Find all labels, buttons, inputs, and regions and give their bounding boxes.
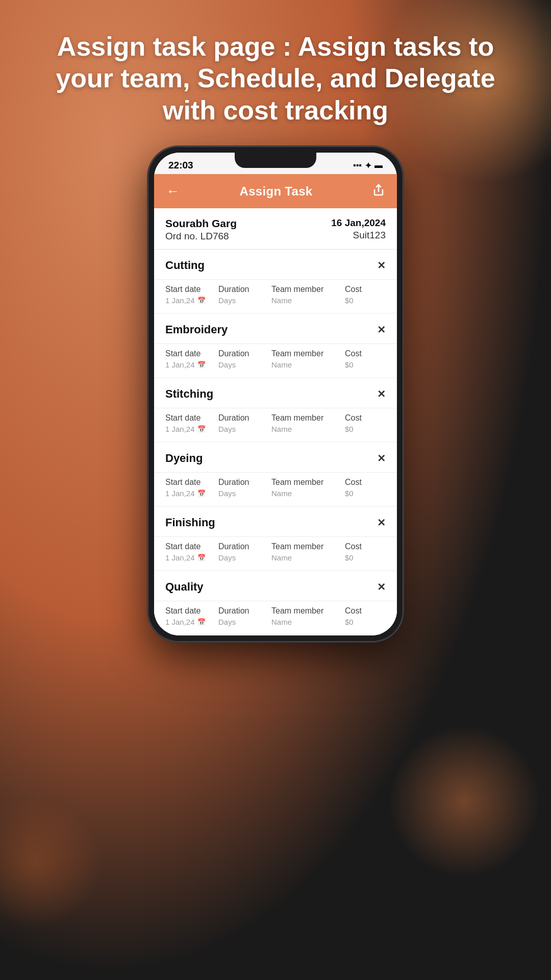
field-duration-embroidery: Duration Days: [218, 349, 269, 369]
task-name-finishing: Finishing: [165, 516, 215, 529]
task-name-dyeing: Dyeing: [165, 452, 203, 465]
app-header: ← Assign Task: [154, 174, 397, 208]
field-startdate-dyeing: Start date 1 Jan,24 📅: [165, 478, 216, 498]
calendar-icon-quality[interactable]: 📅: [197, 618, 206, 626]
phone-notch: [235, 153, 316, 168]
field-duration-stitching: Duration Days: [218, 413, 269, 433]
battery-icon: ▬: [374, 161, 383, 170]
phone-screen: 22:03 ▪▪▪ ✦ ▬ ← Assign Task Sourabh G: [154, 153, 397, 635]
task-name-cutting: Cutting: [165, 259, 205, 272]
field-cost-finishing: Cost $0: [345, 542, 386, 562]
calendar-icon-finishing[interactable]: 📅: [197, 554, 206, 561]
order-right: 16 Jan,2024 Suit123: [331, 217, 386, 241]
task-header-finishing: Finishing ✕: [154, 507, 397, 537]
task-fields-stitching: Start date 1 Jan,24 📅 Duration Days Team…: [154, 408, 397, 442]
order-info: Sourabh Garg Ord no. LD768 16 Jan,2024 S…: [154, 208, 397, 250]
task-fields-embroidery: Start date 1 Jan,24 📅 Duration Days Team…: [154, 344, 397, 377]
field-teammember-dyeing: Team member Name: [271, 478, 343, 498]
task-section-stitching: Stitching ✕ Start date 1 Jan,24 📅 Durati…: [154, 378, 397, 442]
field-cost-stitching: Cost $0: [345, 413, 386, 433]
task-fields-quality: Start date 1 Jan,24 📅 Duration Days Team…: [154, 601, 397, 634]
field-startdate-finishing: Start date 1 Jan,24 📅: [165, 542, 216, 562]
task-section-cutting: Cutting ✕ Start date 1 Jan,24 📅 Duration…: [154, 250, 397, 313]
field-duration-quality: Duration Days: [218, 606, 269, 626]
task-remove-embroidery[interactable]: ✕: [377, 324, 386, 336]
task-remove-quality[interactable]: ✕: [377, 581, 386, 593]
tasks-container: Cutting ✕ Start date 1 Jan,24 📅 Duration…: [154, 250, 397, 635]
field-cost-dyeing: Cost $0: [345, 478, 386, 498]
status-icons: ▪▪▪ ✦ ▬: [353, 161, 383, 170]
task-fields-finishing: Start date 1 Jan,24 📅 Duration Days Team…: [154, 537, 397, 570]
bg-blob-2: [388, 725, 541, 878]
task-remove-cutting[interactable]: ✕: [377, 259, 386, 272]
task-fields-cutting: Start date 1 Jan,24 📅 Duration Days Team…: [154, 280, 397, 313]
field-cost-embroidery: Cost $0: [345, 349, 386, 369]
field-cost-quality: Cost $0: [345, 606, 386, 626]
field-teammember-cutting: Team member Name: [271, 285, 343, 305]
task-name-embroidery: Embroidery: [165, 323, 228, 336]
header-title: Assign Task: [240, 184, 313, 199]
customer-name: Sourabh Garg: [165, 217, 237, 230]
task-name-stitching: Stitching: [165, 387, 213, 401]
field-teammember-embroidery: Team member Name: [271, 349, 343, 369]
task-section-embroidery: Embroidery ✕ Start date 1 Jan,24 📅 Durat…: [154, 314, 397, 377]
calendar-icon-embroidery[interactable]: 📅: [197, 361, 206, 369]
task-remove-stitching[interactable]: ✕: [377, 388, 386, 400]
field-startdate-embroidery: Start date 1 Jan,24 📅: [165, 349, 216, 369]
calendar-icon-stitching[interactable]: 📅: [197, 425, 206, 433]
task-header-embroidery: Embroidery ✕: [154, 314, 397, 344]
task-section-dyeing: Dyeing ✕ Start date 1 Jan,24 📅 Duration …: [154, 443, 397, 506]
order-date: 16 Jan,2024: [331, 217, 386, 229]
field-startdate-cutting: Start date 1 Jan,24 📅: [165, 285, 216, 305]
bg-blob-3: [0, 796, 102, 929]
field-startdate-stitching: Start date 1 Jan,24 📅: [165, 413, 216, 433]
phone-frame: 22:03 ▪▪▪ ✦ ▬ ← Assign Task Sourabh G: [148, 146, 403, 642]
field-cost-cutting: Cost $0: [345, 285, 386, 305]
calendar-icon-cutting[interactable]: 📅: [197, 297, 206, 304]
status-time: 22:03: [168, 160, 193, 171]
task-header-stitching: Stitching ✕: [154, 378, 397, 408]
task-remove-finishing[interactable]: ✕: [377, 517, 386, 529]
order-left: Sourabh Garg Ord no. LD768: [165, 217, 237, 242]
field-duration-dyeing: Duration Days: [218, 478, 269, 498]
task-fields-dyeing: Start date 1 Jan,24 📅 Duration Days Team…: [154, 473, 397, 506]
field-duration-cutting: Duration Days: [218, 285, 269, 305]
signal-icon: ▪▪▪: [353, 161, 362, 170]
order-item: Suit123: [331, 230, 386, 241]
field-teammember-quality: Team member Name: [271, 606, 343, 626]
task-header-quality: Quality ✕: [154, 571, 397, 601]
share-button[interactable]: [372, 184, 385, 199]
page-headline: Assign task page : Assign tasks to your …: [0, 0, 551, 146]
field-teammember-stitching: Team member Name: [271, 413, 343, 433]
field-teammember-finishing: Team member Name: [271, 542, 343, 562]
field-duration-finishing: Duration Days: [218, 542, 269, 562]
task-section-quality: Quality ✕ Start date 1 Jan,24 📅 Duration…: [154, 571, 397, 634]
task-name-quality: Quality: [165, 580, 204, 594]
calendar-icon-dyeing[interactable]: 📅: [197, 489, 206, 497]
order-number: Ord no. LD768: [165, 231, 237, 242]
task-header-dyeing: Dyeing ✕: [154, 443, 397, 473]
task-header-cutting: Cutting ✕: [154, 250, 397, 280]
location-icon: ✦: [365, 161, 371, 170]
task-section-finishing: Finishing ✕ Start date 1 Jan,24 📅 Durati…: [154, 507, 397, 570]
field-startdate-quality: Start date 1 Jan,24 📅: [165, 606, 216, 626]
back-button[interactable]: ←: [166, 183, 180, 199]
task-remove-dyeing[interactable]: ✕: [377, 452, 386, 464]
